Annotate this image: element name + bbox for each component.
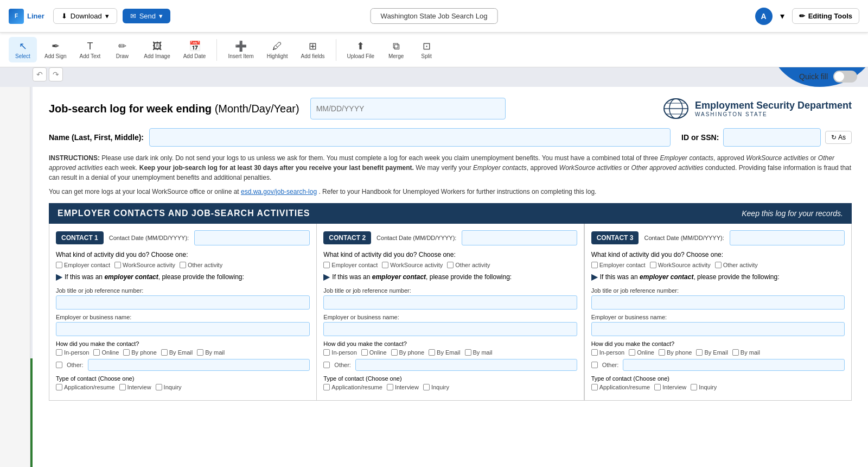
name-field-label: Name (Last, First, Middle): xyxy=(49,133,144,142)
editing-tools-icon: ✏ xyxy=(799,12,805,20)
add-sign-icon: ✒ xyxy=(52,40,60,52)
contact-3-methods: In-person Online By phone By Email By ma… xyxy=(591,349,845,356)
name-input[interactable] xyxy=(149,128,671,147)
contact-2-employer-intro: ▶ If this was an employer contact, pleas… xyxy=(323,272,577,282)
contact-3-inquiry[interactable]: Inquiry xyxy=(691,384,717,390)
add-fields-button[interactable]: ⊞ Add fields xyxy=(296,37,330,62)
contact-3-app-resume[interactable]: Application/resume xyxy=(591,384,650,390)
contact-3-job-title-input[interactable] xyxy=(591,295,845,310)
contact-1-column: CONTACT 1 Contact Date (MM/DD/YYYY): Wha… xyxy=(49,224,316,401)
contact-3-employer-option[interactable]: Employer contact xyxy=(591,262,646,268)
add-text-button[interactable]: T Add Text xyxy=(74,37,106,62)
contact-3-date-input[interactable] xyxy=(730,230,845,245)
contact-2-other-activity-option[interactable]: Other activity xyxy=(447,262,490,268)
contact-1-worksource-cb[interactable] xyxy=(114,262,121,268)
form-header-row: Job-search log for week ending (Month/Da… xyxy=(49,98,852,119)
contact-2-date-input[interactable] xyxy=(462,230,577,245)
contact-2-byemail[interactable]: By Email xyxy=(429,349,460,356)
quick-fill-area: Quick fill xyxy=(799,71,857,83)
contact-2-bymail[interactable]: By mail xyxy=(465,349,493,356)
contact-2-interview[interactable]: Interview xyxy=(387,384,419,390)
app-logo-text: Liner xyxy=(27,12,44,20)
contact-1-other[interactable] xyxy=(56,362,62,368)
upload-file-button[interactable]: ⬆ Upload File xyxy=(342,37,380,62)
insert-item-button[interactable]: ➕ Insert Item xyxy=(222,37,259,62)
esd-link[interactable]: esd.wa.gov/job-search-log xyxy=(241,188,317,195)
contact-1-employer-option[interactable]: Employer contact xyxy=(56,262,110,268)
editing-tools-button[interactable]: ✏ Editing Tools xyxy=(792,8,859,24)
contact-1-job-title-input[interactable] xyxy=(56,295,310,310)
quick-fill-label: Quick fill xyxy=(799,72,828,81)
contact-1-interview[interactable]: Interview xyxy=(119,384,151,390)
contact-1-other-activity-option[interactable]: Other activity xyxy=(180,262,222,268)
section-title: EMPLOYER CONTACTS AND JOB-SEARCH ACTIVIT… xyxy=(58,209,310,218)
contact-2-worksource-option[interactable]: WorkSource activity xyxy=(382,262,443,268)
highlight-button[interactable]: 🖊 Highlight xyxy=(261,37,293,62)
contact-1-date-input[interactable] xyxy=(194,230,310,245)
contact-2-employer-name-input[interactable] xyxy=(323,322,577,336)
contact-3-inperson[interactable]: In-person xyxy=(591,349,624,356)
contact-3-other-input[interactable] xyxy=(623,359,845,371)
contact-2-method-label: How did you make the contact? xyxy=(323,340,577,347)
contact-3-method-label: How did you make the contact? xyxy=(591,340,845,347)
contact-1-byemail[interactable]: By Email xyxy=(161,349,193,356)
contact-1-app-resume[interactable]: Application/resume xyxy=(56,384,115,390)
add-image-button[interactable]: 🖼 Add Image xyxy=(138,37,175,62)
draw-button[interactable]: ✏ Draw xyxy=(108,37,136,62)
left-nav xyxy=(0,87,30,467)
contact-2-other-input[interactable] xyxy=(355,359,577,371)
document-title: Washington State Job Search Log xyxy=(371,8,498,24)
contact-3-other-activity-option[interactable]: Other activity xyxy=(715,262,758,268)
id-ssn-input[interactable] xyxy=(723,128,821,147)
download-button[interactable]: ⬇ Download ▾ xyxy=(53,8,117,24)
send-button[interactable]: ✉ Send ▾ xyxy=(123,9,170,23)
add-date-icon: 📅 xyxy=(189,40,201,52)
contact-2-byphone[interactable]: By phone xyxy=(391,349,424,356)
contact-2-other[interactable] xyxy=(323,362,330,368)
contact-2-online[interactable]: Online xyxy=(361,349,387,356)
contact-3-interview[interactable]: Interview xyxy=(654,384,686,390)
dept-sub: WASHINGTON STATE xyxy=(695,111,852,117)
contact-2-header: CONTACT 2 Contact Date (MM/DD/YYYY): xyxy=(323,230,577,245)
contact-2-inperson[interactable]: In-person xyxy=(323,349,356,356)
contact-1-employer-name-input[interactable] xyxy=(56,322,310,336)
select-tool-button[interactable]: ↖ Select xyxy=(9,37,37,62)
contact-1-worksource-option[interactable]: WorkSource activity xyxy=(114,262,175,268)
contact-1-other-input[interactable] xyxy=(88,359,310,371)
contact-2-app-resume[interactable]: Application/resume xyxy=(323,384,382,390)
contact-3-badge: CONTACT 3 xyxy=(591,231,639,244)
contact-2-employer-option[interactable]: Employer contact xyxy=(323,262,378,268)
contact-3-bymail[interactable]: By mail xyxy=(732,349,760,356)
add-sign-button[interactable]: ✒ Add Sign xyxy=(39,37,72,62)
contact-1-online[interactable]: Online xyxy=(93,349,119,356)
merge-button[interactable]: ⧉ Merge xyxy=(382,37,410,62)
contact-1-inperson[interactable]: In-person xyxy=(56,349,89,356)
quick-fill-toggle[interactable] xyxy=(833,71,857,83)
contact-3-online[interactable]: Online xyxy=(629,349,654,356)
contact-1-employer-cb[interactable] xyxy=(56,262,62,268)
contact-3-other[interactable] xyxy=(591,362,598,368)
contact-1-byphone[interactable]: By phone xyxy=(123,349,156,356)
instructions-label: INSTRUCTIONS: xyxy=(49,154,100,162)
contact-3-employer-name-label: Employer or business name: xyxy=(591,314,845,320)
contact-3-byemail[interactable]: By Email xyxy=(696,349,727,356)
contact-2-job-title-input[interactable] xyxy=(323,295,577,310)
contact-1-bymail[interactable]: By mail xyxy=(197,349,225,356)
contact-2-inquiry[interactable]: Inquiry xyxy=(423,384,449,390)
contact-3-byphone[interactable]: By phone xyxy=(659,349,692,356)
redo-button[interactable]: ↷ xyxy=(49,67,63,81)
contact-3-employer-name-input[interactable] xyxy=(591,322,845,336)
add-date-button[interactable]: 📅 Add Date xyxy=(178,37,212,62)
contact-2-activity-options: Employer contact WorkSource activity Oth… xyxy=(323,262,577,268)
avatar[interactable]: A xyxy=(755,8,773,25)
contact-3-activity-options: Employer contact WorkSource activity Oth… xyxy=(591,262,845,268)
download-chevron-icon: ▾ xyxy=(105,12,109,20)
undo-button[interactable]: ↶ xyxy=(33,67,47,81)
contact-3-worksource-option[interactable]: WorkSource activity xyxy=(650,262,711,268)
contact-1-inquiry[interactable]: Inquiry xyxy=(156,384,182,390)
split-button[interactable]: ⊡ Split xyxy=(412,37,441,62)
id-refresh-button[interactable]: ↻ As xyxy=(825,131,852,144)
week-ending-date-input[interactable] xyxy=(310,98,506,119)
contacts-grid: CONTACT 1 Contact Date (MM/DD/YYYY): Wha… xyxy=(49,224,852,401)
contact-1-other-activity-cb[interactable] xyxy=(180,262,186,268)
